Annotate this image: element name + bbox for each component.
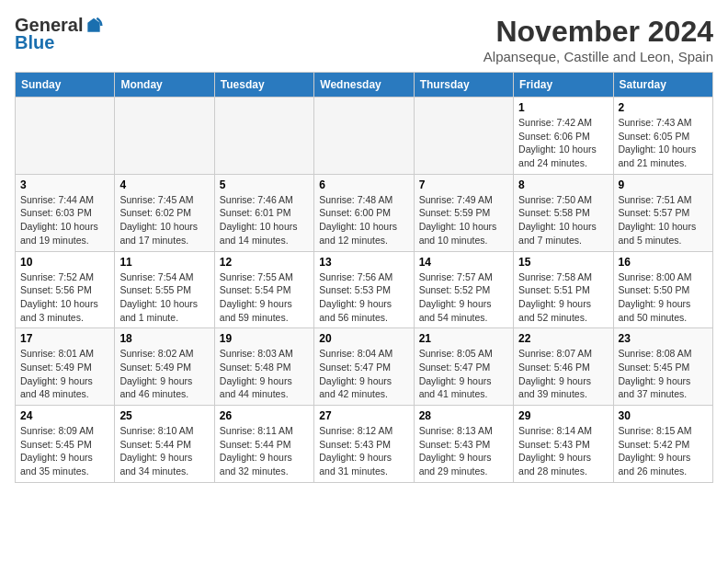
- day-info: Sunrise: 7:52 AM Sunset: 5:56 PM Dayligh…: [20, 270, 109, 325]
- calendar-day-cell: 6Sunrise: 7:48 AM Sunset: 6:00 PM Daylig…: [314, 174, 414, 251]
- calendar-day-cell: 1Sunrise: 7:42 AM Sunset: 6:06 PM Daylig…: [514, 98, 613, 175]
- calendar-day-cell: [16, 98, 115, 175]
- day-info: Sunrise: 7:57 AM Sunset: 5:52 PM Dayligh…: [419, 270, 508, 325]
- day-info: Sunrise: 7:42 AM Sunset: 6:06 PM Dayligh…: [518, 116, 608, 170]
- calendar-day-cell: [414, 98, 513, 175]
- calendar-week-row: 24Sunrise: 8:09 AM Sunset: 5:45 PM Dayli…: [16, 406, 713, 483]
- day-number: 4: [119, 178, 209, 191]
- calendar-day-cell: 8Sunrise: 7:50 AM Sunset: 5:58 PM Daylig…: [514, 174, 613, 251]
- calendar-day-cell: 16Sunrise: 8:00 AM Sunset: 5:50 PM Dayli…: [613, 251, 712, 328]
- day-number: 29: [518, 409, 608, 422]
- calendar: SundayMondayTuesdayWednesdayThursdayFrid…: [15, 72, 713, 483]
- day-number: 25: [119, 409, 209, 422]
- calendar-header-monday: Monday: [115, 73, 214, 98]
- calendar-day-cell: 27Sunrise: 8:12 AM Sunset: 5:43 PM Dayli…: [314, 406, 414, 483]
- day-number: 28: [419, 409, 508, 422]
- day-number: 5: [220, 178, 309, 191]
- calendar-day-cell: 2Sunrise: 7:43 AM Sunset: 6:05 PM Daylig…: [613, 98, 712, 175]
- day-number: 13: [319, 256, 408, 269]
- day-number: 23: [619, 332, 708, 345]
- calendar-day-cell: 26Sunrise: 8:11 AM Sunset: 5:44 PM Dayli…: [214, 406, 313, 483]
- day-number: 26: [220, 409, 309, 422]
- calendar-day-cell: 19Sunrise: 8:03 AM Sunset: 5:48 PM Dayli…: [214, 328, 313, 406]
- day-number: 19: [220, 332, 309, 345]
- day-info: Sunrise: 7:43 AM Sunset: 6:05 PM Dayligh…: [619, 116, 708, 170]
- calendar-day-cell: 3Sunrise: 7:44 AM Sunset: 6:03 PM Daylig…: [16, 174, 115, 251]
- calendar-day-cell: 11Sunrise: 7:54 AM Sunset: 5:55 PM Dayli…: [115, 251, 214, 328]
- month-title: November 2024: [483, 15, 713, 49]
- day-info: Sunrise: 7:46 AM Sunset: 6:01 PM Dayligh…: [220, 193, 309, 247]
- calendar-day-cell: 10Sunrise: 7:52 AM Sunset: 5:56 PM Dayli…: [16, 251, 115, 328]
- calendar-header-row: SundayMondayTuesdayWednesdayThursdayFrid…: [16, 73, 713, 98]
- day-number: 17: [20, 332, 109, 345]
- day-info: Sunrise: 7:58 AM Sunset: 5:51 PM Dayligh…: [518, 270, 608, 325]
- calendar-day-cell: 22Sunrise: 8:07 AM Sunset: 5:46 PM Dayli…: [514, 328, 613, 406]
- calendar-day-cell: 15Sunrise: 7:58 AM Sunset: 5:51 PM Dayli…: [514, 251, 613, 328]
- logo-blue: Blue: [15, 32, 54, 53]
- calendar-header-wednesday: Wednesday: [314, 73, 414, 98]
- calendar-day-cell: 14Sunrise: 7:57 AM Sunset: 5:52 PM Dayli…: [414, 251, 513, 328]
- calendar-header-sunday: Sunday: [16, 73, 115, 98]
- calendar-day-cell: 25Sunrise: 8:10 AM Sunset: 5:44 PM Dayli…: [115, 406, 214, 483]
- day-number: 22: [518, 332, 608, 345]
- day-number: 12: [220, 256, 309, 269]
- calendar-week-row: 1Sunrise: 7:42 AM Sunset: 6:06 PM Daylig…: [16, 98, 713, 175]
- day-info: Sunrise: 8:11 AM Sunset: 5:44 PM Dayligh…: [220, 424, 309, 478]
- day-info: Sunrise: 8:05 AM Sunset: 5:47 PM Dayligh…: [419, 347, 508, 401]
- calendar-day-cell: 28Sunrise: 8:13 AM Sunset: 5:43 PM Dayli…: [414, 406, 513, 483]
- day-info: Sunrise: 8:01 AM Sunset: 5:49 PM Dayligh…: [20, 347, 109, 401]
- day-info: Sunrise: 7:45 AM Sunset: 6:02 PM Dayligh…: [119, 193, 209, 247]
- day-number: 24: [20, 409, 109, 422]
- page-header: General Blue November 2024 Alpanseque, C…: [15, 15, 713, 64]
- calendar-day-cell: 13Sunrise: 7:56 AM Sunset: 5:53 PM Dayli…: [314, 251, 414, 328]
- day-number: 2: [619, 101, 708, 114]
- calendar-day-cell: 5Sunrise: 7:46 AM Sunset: 6:01 PM Daylig…: [214, 174, 313, 251]
- day-info: Sunrise: 7:55 AM Sunset: 5:54 PM Dayligh…: [220, 270, 309, 325]
- calendar-week-row: 3Sunrise: 7:44 AM Sunset: 6:03 PM Daylig…: [16, 174, 713, 251]
- day-number: 14: [419, 256, 508, 269]
- day-number: 21: [419, 332, 508, 345]
- calendar-day-cell: [115, 98, 214, 175]
- day-number: 8: [518, 178, 608, 191]
- calendar-day-cell: 12Sunrise: 7:55 AM Sunset: 5:54 PM Dayli…: [214, 251, 313, 328]
- day-info: Sunrise: 7:44 AM Sunset: 6:03 PM Dayligh…: [20, 193, 109, 247]
- day-number: 16: [619, 256, 708, 269]
- day-info: Sunrise: 7:49 AM Sunset: 5:59 PM Dayligh…: [419, 193, 508, 247]
- day-number: 30: [619, 409, 708, 422]
- day-info: Sunrise: 7:54 AM Sunset: 5:55 PM Dayligh…: [119, 270, 209, 325]
- calendar-day-cell: 29Sunrise: 8:14 AM Sunset: 5:43 PM Dayli…: [514, 406, 613, 483]
- day-info: Sunrise: 8:09 AM Sunset: 5:45 PM Dayligh…: [20, 424, 109, 478]
- calendar-day-cell: 4Sunrise: 7:45 AM Sunset: 6:02 PM Daylig…: [115, 174, 214, 251]
- calendar-day-cell: 30Sunrise: 8:15 AM Sunset: 5:42 PM Dayli…: [613, 406, 712, 483]
- day-info: Sunrise: 8:04 AM Sunset: 5:47 PM Dayligh…: [319, 347, 408, 401]
- day-number: 27: [319, 409, 408, 422]
- calendar-header-saturday: Saturday: [613, 73, 712, 98]
- day-info: Sunrise: 7:48 AM Sunset: 6:00 PM Dayligh…: [319, 193, 408, 247]
- location-subtitle: Alpanseque, Castille and Leon, Spain: [483, 49, 713, 64]
- calendar-day-cell: 24Sunrise: 8:09 AM Sunset: 5:45 PM Dayli…: [16, 406, 115, 483]
- day-info: Sunrise: 8:10 AM Sunset: 5:44 PM Dayligh…: [119, 424, 209, 478]
- calendar-day-cell: 23Sunrise: 8:08 AM Sunset: 5:45 PM Dayli…: [613, 328, 712, 406]
- calendar-day-cell: [214, 98, 313, 175]
- day-number: 15: [518, 256, 608, 269]
- day-info: Sunrise: 8:08 AM Sunset: 5:45 PM Dayligh…: [619, 347, 708, 401]
- logo: General Blue: [15, 15, 103, 53]
- day-number: 20: [319, 332, 408, 345]
- day-info: Sunrise: 8:00 AM Sunset: 5:50 PM Dayligh…: [619, 270, 708, 325]
- calendar-header-friday: Friday: [514, 73, 613, 98]
- calendar-day-cell: 21Sunrise: 8:05 AM Sunset: 5:47 PM Dayli…: [414, 328, 513, 406]
- day-number: 9: [619, 178, 708, 191]
- day-info: Sunrise: 8:03 AM Sunset: 5:48 PM Dayligh…: [220, 347, 309, 401]
- calendar-week-row: 10Sunrise: 7:52 AM Sunset: 5:56 PM Dayli…: [16, 251, 713, 328]
- title-block: November 2024 Alpanseque, Castille and L…: [483, 15, 713, 64]
- logo-icon: [85, 17, 103, 35]
- day-number: 10: [20, 256, 109, 269]
- calendar-week-row: 17Sunrise: 8:01 AM Sunset: 5:49 PM Dayli…: [16, 328, 713, 406]
- day-number: 1: [518, 101, 608, 114]
- calendar-day-cell: [314, 98, 414, 175]
- calendar-day-cell: 18Sunrise: 8:02 AM Sunset: 5:49 PM Dayli…: [115, 328, 214, 406]
- calendar-day-cell: 9Sunrise: 7:51 AM Sunset: 5:57 PM Daylig…: [613, 174, 712, 251]
- calendar-header-thursday: Thursday: [414, 73, 513, 98]
- day-info: Sunrise: 8:13 AM Sunset: 5:43 PM Dayligh…: [419, 424, 508, 478]
- day-number: 3: [20, 178, 109, 191]
